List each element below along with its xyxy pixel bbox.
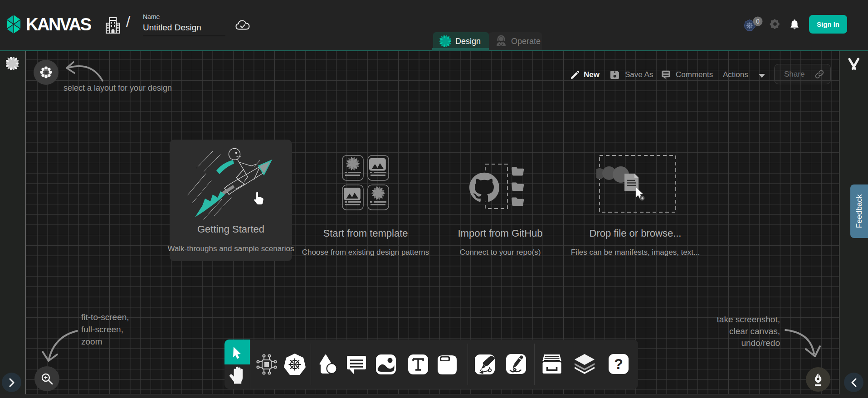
svg-text:0: 0	[756, 18, 760, 25]
svg-text:?: ?	[614, 356, 623, 372]
